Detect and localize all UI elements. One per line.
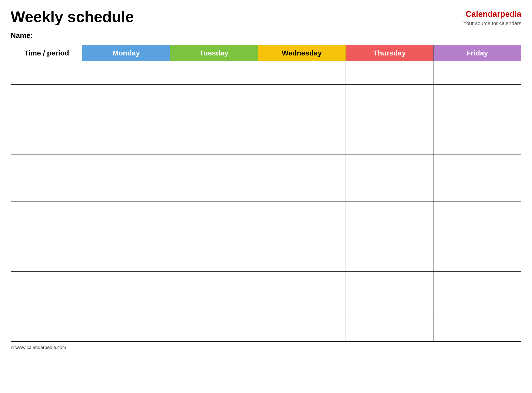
header-monday: Monday <box>82 45 170 61</box>
table-row <box>11 271 521 295</box>
page-title: Weekly schedule <box>11 9 134 25</box>
table-cell[interactable] <box>170 84 258 108</box>
copyright-text: © www.calendarpedia.com <box>11 345 66 350</box>
table-cell[interactable] <box>346 84 433 108</box>
table-cell[interactable] <box>346 318 433 342</box>
table-cell[interactable] <box>170 108 258 131</box>
table-cell[interactable] <box>11 201 82 225</box>
table-cell[interactable] <box>170 271 258 295</box>
table-row <box>11 248 521 271</box>
footer: © www.calendarpedia.com <box>11 345 521 350</box>
table-cell[interactable] <box>82 155 170 178</box>
table-cell[interactable] <box>82 225 170 248</box>
header-wednesday: Wednesday <box>258 45 346 61</box>
table-cell[interactable] <box>346 131 433 155</box>
table-cell[interactable] <box>433 225 521 248</box>
table-cell[interactable] <box>11 271 82 295</box>
table-cell[interactable] <box>433 318 521 342</box>
table-cell[interactable] <box>11 155 82 178</box>
table-row <box>11 318 521 342</box>
table-row <box>11 61 521 84</box>
brand-name: Calendarpedia <box>463 9 521 20</box>
table-cell[interactable] <box>258 84 346 108</box>
table-cell[interactable] <box>433 201 521 225</box>
table-cell[interactable] <box>11 131 82 155</box>
table-cell[interactable] <box>82 108 170 131</box>
table-cell[interactable] <box>170 155 258 178</box>
table-cell[interactable] <box>258 271 346 295</box>
table-cell[interactable] <box>433 248 521 271</box>
table-cell[interactable] <box>258 61 346 84</box>
header-thursday: Thursday <box>346 45 433 61</box>
brand-name-part1: Calendar <box>466 10 500 19</box>
table-cell[interactable] <box>258 318 346 342</box>
table-cell[interactable] <box>346 271 433 295</box>
table-cell[interactable] <box>82 248 170 271</box>
header-time: Time / period <box>11 45 82 61</box>
header-friday: Friday <box>433 45 521 61</box>
table-cell[interactable] <box>258 295 346 318</box>
table-cell[interactable] <box>82 295 170 318</box>
table-cell[interactable] <box>346 178 433 201</box>
table-cell[interactable] <box>346 201 433 225</box>
table-cell[interactable] <box>170 248 258 271</box>
table-cell[interactable] <box>433 84 521 108</box>
table-cell[interactable] <box>82 318 170 342</box>
table-cell[interactable] <box>258 225 346 248</box>
table-row <box>11 155 521 178</box>
table-cell[interactable] <box>258 131 346 155</box>
table-cell[interactable] <box>170 318 258 342</box>
table-cell[interactable] <box>433 61 521 84</box>
brand-name-part2: pedia <box>500 10 521 19</box>
table-cell[interactable] <box>346 61 433 84</box>
schedule-table: Time / period Monday Tuesday Wednesday T… <box>11 45 521 342</box>
table-cell[interactable] <box>170 201 258 225</box>
table-cell[interactable] <box>82 178 170 201</box>
table-cell[interactable] <box>11 108 82 131</box>
table-cell[interactable] <box>170 61 258 84</box>
name-label: Name: <box>11 31 521 39</box>
table-cell[interactable] <box>346 295 433 318</box>
brand-tagline: Your source for calendars <box>463 20 521 27</box>
table-cell[interactable] <box>11 61 82 84</box>
table-cell[interactable] <box>433 108 521 131</box>
table-cell[interactable] <box>258 155 346 178</box>
table-row <box>11 84 521 108</box>
table-cell[interactable] <box>433 178 521 201</box>
table-cell[interactable] <box>346 155 433 178</box>
table-cell[interactable] <box>170 225 258 248</box>
table-cell[interactable] <box>11 84 82 108</box>
table-cell[interactable] <box>433 271 521 295</box>
table-cell[interactable] <box>346 225 433 248</box>
table-cell[interactable] <box>82 271 170 295</box>
table-cell[interactable] <box>11 248 82 271</box>
table-row <box>11 108 521 131</box>
table-row <box>11 201 521 225</box>
table-cell[interactable] <box>11 295 82 318</box>
table-cell[interactable] <box>82 84 170 108</box>
table-cell[interactable] <box>433 295 521 318</box>
table-cell[interactable] <box>170 295 258 318</box>
table-cell[interactable] <box>346 248 433 271</box>
table-cell[interactable] <box>433 155 521 178</box>
table-cell[interactable] <box>170 178 258 201</box>
table-row <box>11 225 521 248</box>
table-cell[interactable] <box>170 131 258 155</box>
table-cell[interactable] <box>82 201 170 225</box>
table-row <box>11 178 521 201</box>
table-cell[interactable] <box>11 318 82 342</box>
header-tuesday: Tuesday <box>170 45 258 61</box>
table-cell[interactable] <box>11 178 82 201</box>
table-cell[interactable] <box>258 178 346 201</box>
table-cell[interactable] <box>82 131 170 155</box>
table-cell[interactable] <box>82 61 170 84</box>
table-cell[interactable] <box>346 108 433 131</box>
table-cell[interactable] <box>258 201 346 225</box>
table-cell[interactable] <box>11 225 82 248</box>
table-cell[interactable] <box>258 248 346 271</box>
brand-logo: Calendarpedia Your source for calendars <box>463 9 521 27</box>
table-cell[interactable] <box>433 131 521 155</box>
table-row <box>11 295 521 318</box>
table-cell[interactable] <box>258 108 346 131</box>
table-row <box>11 131 521 155</box>
